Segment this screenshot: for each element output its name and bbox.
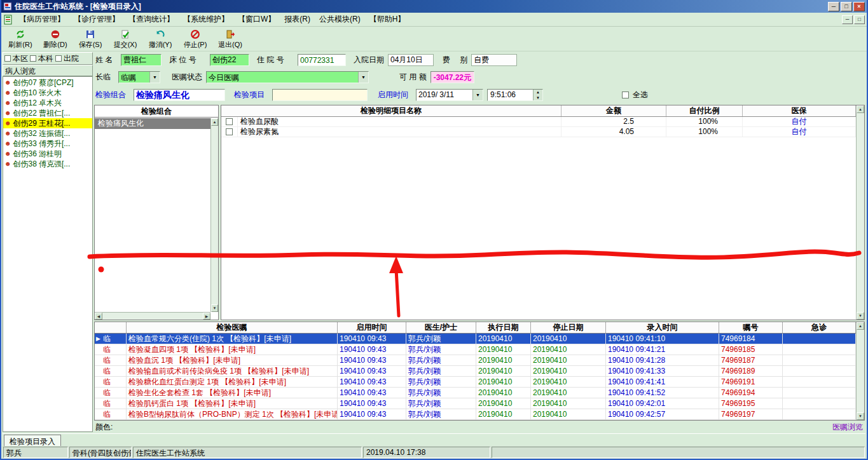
order-status-select[interactable]: 今日医嘱 ▼ [206, 71, 369, 83]
scroll-up-icon[interactable]: ▲ [211, 118, 218, 126]
chevron-down-icon[interactable]: ▼ [472, 90, 483, 100]
delete-button[interactable]: 删除(D) [39, 28, 72, 51]
menu-item-window[interactable]: 【窗口W】 [233, 13, 280, 26]
menu-item-medical-records[interactable]: 【病历管理】 [15, 13, 69, 26]
order-browse-link[interactable]: 医嘱浏览 [832, 422, 863, 433]
menu-item-query-stats[interactable]: 【查询统计】 [124, 13, 179, 26]
scroll-up-icon[interactable]: ▲ [857, 105, 864, 113]
orders-emergency-header: 急诊 [783, 322, 856, 333]
refresh-button[interactable]: 刷新(R) [4, 28, 37, 51]
patient-name-field[interactable] [121, 54, 162, 66]
detail-table-row[interactable]: 检验血尿酸 2.5 100% 自付 [221, 117, 856, 127]
menu-item-reports[interactable]: 报表(R) [280, 13, 315, 26]
patient-list-item[interactable]: ☻ 创伤32 连振德[... [3, 128, 92, 139]
discharged-checkbox[interactable] [55, 55, 62, 62]
order-table-row[interactable]: ▶ 临 检验生化全套检查 1套 【检验科】[未申请] 190410 09:43 … [95, 388, 856, 398]
delete-icon [50, 29, 60, 39]
group-horizontal-scrollbar[interactable]: ◀ ▶ [95, 312, 210, 320]
order-table-row[interactable]: ▶ 临 检验凝血四项 1项 【检验科】[未申请] 190410 09:43 郭兵… [95, 344, 856, 355]
select-all-checkbox[interactable] [622, 91, 629, 98]
patient-list-item[interactable]: ☻ 创伤07 蔡彦[CPZ] [3, 78, 92, 88]
scroll-right-icon[interactable]: ▶ [203, 313, 210, 320]
detail-checkbox-cell [221, 117, 238, 126]
chevron-down-icon[interactable]: ▼ [358, 72, 368, 83]
detail-ratio-header: 自付比例 [666, 105, 743, 116]
chevron-down-icon[interactable]: ▼ [149, 72, 160, 83]
patient-list-item[interactable]: ☻ 创伤33 傅秀升[... [3, 139, 92, 149]
detail-item-ratio: 100% [666, 117, 743, 126]
fee-type-field[interactable] [471, 54, 517, 66]
order-table-row[interactable]: ▶ 临 检验血沉 1项 【检验科】[未申请] 190410 09:43 郭兵/刘… [95, 355, 856, 366]
patient-list-item[interactable]: ☻ 创伤22 曹祖仁[... [3, 108, 92, 118]
order-table-row[interactable]: ▶ 临 检验输血前或术前传染病免疫 1项 【检验科】[未申请] 190410 0… [95, 366, 856, 377]
group-vertical-scrollbar[interactable]: ▲ ▼ [210, 118, 218, 312]
save-button[interactable]: 保存(S) [74, 28, 107, 51]
detail-row-checkbox[interactable] [226, 128, 233, 135]
scroll-up-icon[interactable]: ▲ [857, 322, 864, 330]
test-group-field[interactable] [134, 89, 225, 101]
order-table-row[interactable]: ▶ 临 检验肌钙蛋白 1项 【检验科】[未申请] 190410 09:43 郭兵… [95, 398, 856, 409]
spin-down-icon[interactable]: ▼ [534, 95, 542, 101]
menu-item-treatment[interactable]: 【诊疗管理】 [69, 13, 124, 26]
ward-checkbox[interactable] [4, 55, 11, 62]
dept-checkbox[interactable] [30, 55, 36, 62]
close-button[interactable]: × [853, 2, 865, 11]
test-group-list: 检验痛风生化 [95, 118, 210, 312]
order-emergency [783, 355, 856, 365]
detail-row-checkbox[interactable] [226, 118, 233, 125]
test-group-item[interactable]: 检验痛风生化 [95, 118, 210, 129]
order-start-time: 190410 09:43 [338, 344, 406, 355]
detail-vertical-scrollbar[interactable]: ▲ ▼ [856, 105, 864, 320]
patient-list-item[interactable]: ☻ 创伤36 游桂明 [3, 149, 92, 159]
long-temp-select[interactable]: 临嘱 ▼ [118, 71, 160, 83]
order-table-row[interactable]: ▶ 临 检验糖化血红蛋白测定 1项 【检验科】[未申请] 190410 09:4… [95, 377, 856, 388]
order-emergency [783, 409, 856, 419]
start-time-spinner[interactable]: 9:51:06 ▲ ▼ [487, 89, 543, 101]
test-item-field[interactable] [272, 89, 368, 101]
menu-item-public-modules[interactable]: 公共模块(R) [315, 13, 365, 26]
order-emergency [783, 398, 856, 409]
order-table-row[interactable]: ▶ 临 检验B型钠尿肽前体（PRO-BNP）测定 1次 【检验科】[未申请] 1… [95, 409, 856, 420]
menu-item-help[interactable]: 【帮助H】 [365, 13, 410, 26]
menu-item-system-maintain[interactable]: 【系统维护】 [179, 13, 233, 26]
patient-list-item[interactable]: ☻ 创伤29 王桂花[... [3, 118, 92, 128]
undo-button[interactable]: 撤消(Y) [144, 28, 177, 51]
scroll-down-icon[interactable]: ▼ [857, 312, 864, 320]
scroll-left-icon[interactable]: ◀ [95, 313, 102, 320]
restore-button[interactable]: □ [841, 2, 852, 11]
order-type-cell: ▶ 临 [95, 398, 127, 409]
patient-list-item[interactable]: ☻ 创伤38 傅克强[... [3, 159, 92, 169]
bed-number-field[interactable] [210, 54, 249, 66]
admission-date-field[interactable] [388, 54, 434, 66]
orders-vertical-scrollbar[interactable]: ▲ ▼ [856, 322, 864, 420]
scroll-track[interactable] [857, 113, 864, 312]
exit-icon [225, 29, 235, 39]
patient-name: 蔡彦[CPZ] [39, 78, 74, 88]
patient-person-icon: ☻ [4, 79, 11, 86]
patient-name: 张火木 [39, 88, 62, 98]
patient-bed: 创伤12 [13, 98, 37, 109]
scroll-track[interactable] [857, 330, 864, 412]
status-filler [492, 447, 865, 458]
undo-icon [155, 29, 165, 39]
order-table-row[interactable]: ▶ 临 检验血常规六分类(住院) 1次 【检验科】[未申请] 190410 09… [95, 334, 856, 344]
order-start-time: 190410 09:43 [338, 409, 406, 419]
exit-button[interactable]: 退出(Q) [214, 28, 247, 51]
detail-table-row[interactable]: 检验尿素氮 4.05 100% 自付 [221, 127, 856, 137]
patient-list-item[interactable]: ☻ 创伤12 卓木兴 [3, 98, 92, 108]
minimize-button[interactable]: ─ [828, 2, 839, 11]
scroll-down-icon[interactable]: ▼ [857, 412, 864, 420]
spin-up-icon[interactable]: ▲ [534, 90, 542, 95]
scroll-track[interactable] [211, 126, 218, 304]
stop-button[interactable]: 停止(P) [179, 28, 212, 51]
scroll-down-icon[interactable]: ▼ [211, 304, 218, 312]
patient-list-item[interactable]: ☻ 创伤10 张火木 [3, 88, 92, 98]
child-minimize-button[interactable]: ─ [842, 15, 853, 24]
admission-number-field[interactable] [298, 54, 346, 66]
child-restore-button[interactable]: □ [854, 15, 865, 24]
order-start-time: 190410 09:43 [338, 355, 406, 365]
order-name: 检验血常规六分类(住院) 1次 【检验科】[未申请] [127, 334, 338, 344]
submit-button[interactable]: 提交(X) [109, 28, 142, 51]
scroll-track[interactable] [102, 313, 203, 320]
start-date-picker[interactable]: 2019/ 3/11 ▼ [416, 89, 483, 101]
